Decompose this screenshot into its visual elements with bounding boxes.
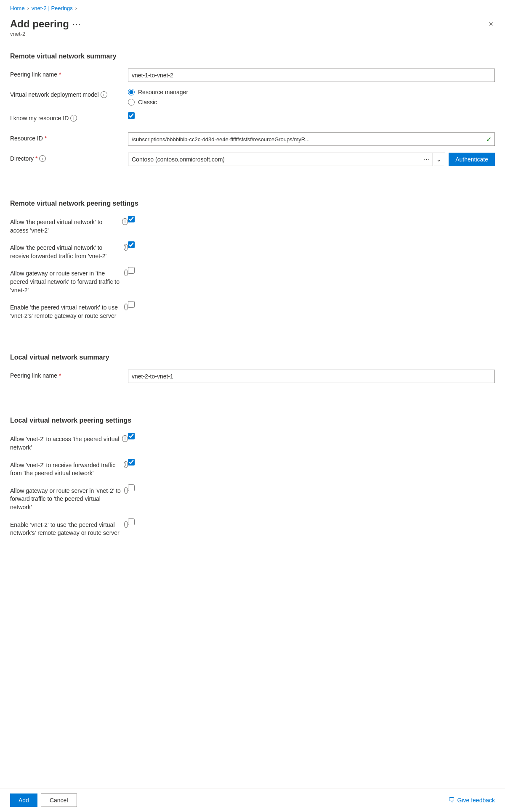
required-marker: *: [59, 71, 61, 78]
local-setting-4-label: Enable 'vnet-2' to use 'the peered virtu…: [10, 518, 128, 537]
remote-setting-3-row: Allow gateway or route server in 'the pe…: [10, 267, 495, 294]
authenticate-button[interactable]: Authenticate: [449, 153, 495, 166]
remote-setting-4-label: Enable 'the peered virtual network' to u…: [10, 301, 128, 320]
local-setting-2-control: [128, 459, 495, 466]
remote-setting-1-info-icon[interactable]: i: [122, 218, 128, 225]
local-required-marker: *: [59, 372, 61, 379]
remote-peering-settings-title: Remote virtual network peering settings: [10, 200, 495, 209]
remote-setting-4-control: [128, 301, 495, 308]
peering-link-name-input[interactable]: [128, 69, 495, 82]
feedback-label: Give feedback: [457, 797, 495, 804]
radio-resource-manager-input[interactable]: [128, 89, 135, 95]
breadcrumb-home[interactable]: Home: [10, 5, 25, 11]
resource-id-input[interactable]: [128, 132, 495, 146]
resource-id-checkbox-label: I know my resource ID i: [10, 112, 128, 122]
remote-setting-3-checkbox[interactable]: [128, 267, 135, 274]
breadcrumb-sep-1: ›: [27, 5, 29, 11]
radio-classic-input[interactable]: [128, 99, 135, 106]
local-summary-section: Local virtual network summary Peering li…: [10, 354, 495, 383]
remote-setting-3-info-icon[interactable]: i: [124, 270, 128, 276]
resource-id-row: Resource ID * ✓: [10, 132, 495, 146]
radio-classic-label: Classic: [138, 99, 157, 106]
local-setting-3-control: [128, 484, 495, 491]
local-peering-link-name-row: Peering link name *: [10, 370, 495, 383]
radio-resource-manager[interactable]: Resource manager: [128, 89, 495, 95]
local-peering-settings-title: Local virtual network peering settings: [10, 417, 495, 426]
peering-link-name-row: Peering link name *: [10, 69, 495, 82]
local-setting-2-info-icon[interactable]: i: [124, 461, 128, 468]
resource-id-checkbox-input[interactable]: [128, 112, 135, 119]
local-peering-link-name-input[interactable]: [128, 370, 495, 383]
deployment-model-control: Resource manager Classic: [128, 89, 495, 106]
radio-classic[interactable]: Classic: [128, 99, 495, 106]
remote-setting-3-control: [128, 267, 495, 274]
remote-setting-2-control: [128, 241, 495, 248]
remote-setting-1-label: Allow 'the peered virtual network' to ac…: [10, 216, 128, 235]
breadcrumb-sep-2: ›: [75, 5, 77, 11]
radio-resource-manager-label: Resource manager: [138, 89, 188, 95]
deployment-model-info-icon[interactable]: i: [101, 91, 107, 98]
remote-setting-1-checkbox[interactable]: [128, 216, 135, 222]
local-peering-link-name-control: [128, 370, 495, 383]
remote-setting-2-checkbox[interactable]: [128, 241, 135, 248]
remote-setting-2-label: Allow 'the peered virtual network' to re…: [10, 241, 128, 260]
directory-dots-icon[interactable]: ···: [421, 153, 433, 166]
local-peering-link-name-label: Peering link name *: [10, 370, 128, 379]
local-setting-4-control: [128, 518, 495, 525]
give-feedback-link[interactable]: 🗨 Give feedback: [448, 796, 495, 804]
directory-value: Contoso (contoso.onmicrosoft.com): [128, 156, 421, 163]
footer-bar: Add Cancel 🗨 Give feedback: [0, 788, 505, 812]
local-setting-1-info-icon[interactable]: i: [122, 435, 128, 442]
directory-row: Directory * i Contoso (contoso.onmicroso…: [10, 153, 495, 166]
remote-setting-4-info-icon[interactable]: i: [124, 304, 128, 310]
local-setting-3-info-icon[interactable]: i: [124, 487, 128, 494]
directory-row-inner: Contoso (contoso.onmicrosoft.com) ··· ⌄ …: [128, 153, 495, 166]
resource-id-input-wrapper: ✓: [128, 132, 495, 146]
page-header: Add peering ··· vnet-2 ×: [0, 15, 505, 44]
local-setting-2-label: Allow 'vnet-2' to receive forwarded traf…: [10, 459, 128, 478]
remote-summary-section: Remote virtual network summary Peering l…: [10, 53, 495, 166]
remote-setting-4-checkbox[interactable]: [128, 301, 135, 308]
cancel-button[interactable]: Cancel: [41, 793, 77, 807]
resource-id-control: ✓: [128, 132, 495, 146]
breadcrumb-peerings[interactable]: vnet-2 | Peerings: [32, 5, 73, 11]
local-setting-4-info-icon[interactable]: i: [124, 521, 128, 528]
add-button[interactable]: Add: [10, 793, 37, 807]
local-summary-title: Local virtual network summary: [10, 354, 495, 363]
remote-setting-3-label: Allow gateway or route server in 'the pe…: [10, 267, 128, 294]
local-setting-2-checkbox[interactable]: [128, 459, 135, 466]
local-setting-4-checkbox[interactable]: [128, 518, 135, 525]
directory-chevron-icon[interactable]: ⌄: [433, 153, 445, 166]
close-button[interactable]: ×: [487, 18, 495, 30]
remote-setting-2-row: Allow 'the peered virtual network' to re…: [10, 241, 495, 260]
remote-setting-1-control: [128, 216, 495, 222]
remote-peering-settings-section: Remote virtual network peering settings …: [10, 200, 495, 320]
local-setting-3-row: Allow gateway or route server in 'vnet-2…: [10, 484, 495, 512]
form-container: Remote virtual network summary Peering l…: [0, 44, 505, 553]
deployment-model-row: Virtual network deployment model i Resou…: [10, 89, 495, 106]
remote-summary-title: Remote virtual network summary: [10, 53, 495, 62]
local-setting-3-label: Allow gateway or route server in 'vnet-2…: [10, 484, 128, 512]
more-options-icon[interactable]: ···: [72, 20, 81, 29]
page-subtitle: vnet-2: [10, 31, 81, 37]
remote-setting-2-info-icon[interactable]: i: [124, 244, 128, 251]
resource-id-checkbox-info-icon[interactable]: i: [70, 115, 77, 122]
directory-info-icon[interactable]: i: [39, 155, 46, 162]
peering-link-name-label: Peering link name *: [10, 69, 128, 78]
local-setting-1-control: [128, 433, 495, 439]
deployment-model-label: Virtual network deployment model i: [10, 89, 128, 98]
directory-control: Contoso (contoso.onmicrosoft.com) ··· ⌄ …: [128, 153, 495, 166]
local-setting-3-checkbox[interactable]: [128, 484, 135, 491]
resource-id-label: Resource ID *: [10, 132, 128, 142]
resource-id-check-icon: ✓: [486, 135, 492, 143]
local-setting-1-label: Allow 'vnet-2' to access 'the peered vir…: [10, 433, 128, 452]
directory-select[interactable]: Contoso (contoso.onmicrosoft.com) ··· ⌄: [128, 153, 445, 166]
directory-required: *: [35, 155, 37, 162]
local-setting-4-row: Enable 'vnet-2' to use 'the peered virtu…: [10, 518, 495, 537]
local-setting-1-checkbox[interactable]: [128, 433, 135, 439]
footer-actions: Add Cancel: [10, 793, 77, 807]
resource-id-required: *: [45, 135, 47, 142]
resource-id-checkbox-row: I know my resource ID i: [10, 112, 495, 126]
resource-id-checkbox-control: [128, 112, 495, 119]
breadcrumb: Home › vnet-2 | Peerings ›: [0, 0, 505, 15]
